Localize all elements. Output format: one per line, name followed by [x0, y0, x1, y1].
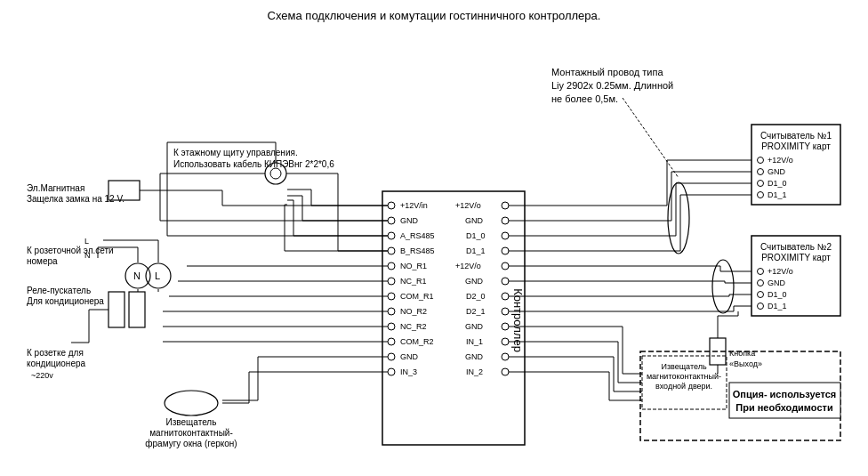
svg-text:GND: GND	[400, 216, 419, 225]
svg-point-31	[502, 247, 509, 254]
svg-point-16	[388, 323, 395, 330]
svg-point-39	[502, 308, 509, 315]
svg-text:кондиционера: кондиционера	[27, 359, 86, 368]
svg-point-64	[758, 292, 764, 298]
svg-text:COM_R1: COM_R1	[400, 292, 434, 301]
svg-point-33	[502, 262, 509, 270]
svg-text:NC_R1: NC_R1	[400, 277, 427, 286]
svg-text:NO_R2: NO_R2	[400, 307, 427, 316]
svg-text:Кнопка: Кнопка	[729, 349, 755, 358]
svg-text:GND: GND	[768, 278, 786, 287]
svg-text:IN_3: IN_3	[400, 367, 417, 376]
svg-text:При необходимости: При необходимости	[735, 402, 832, 413]
svg-point-8	[388, 262, 395, 270]
svg-point-29	[502, 232, 509, 239]
svg-text:+12V/in: +12V/in	[400, 201, 428, 210]
svg-point-56	[758, 192, 764, 198]
svg-text:L: L	[155, 270, 160, 281]
svg-point-50	[758, 157, 764, 164]
svg-point-54	[758, 181, 764, 187]
svg-text:GND: GND	[465, 216, 484, 225]
svg-text:Извещатель: Извещатель	[661, 362, 706, 371]
svg-text:IN_2: IN_2	[466, 367, 483, 376]
svg-text:D1_1: D1_1	[768, 190, 787, 199]
svg-text:номера: номера	[27, 256, 58, 266]
svg-text:GND: GND	[768, 167, 786, 176]
svg-text:Эл.Магнитная: Эл.Магнитная	[27, 183, 84, 193]
svg-point-27	[502, 217, 509, 224]
svg-point-12	[388, 293, 395, 300]
svg-text:D2_0: D2_0	[466, 292, 486, 301]
relay-symbol-2	[129, 292, 145, 327]
svg-point-37	[502, 293, 509, 300]
svg-text:PROXIMITY карт: PROXIMITY карт	[761, 141, 831, 151]
reader1-pins: +12V/o GND D1_0 D1_1	[758, 156, 793, 199]
svg-point-52	[758, 169, 764, 175]
svg-text:+12V/o: +12V/o	[768, 156, 793, 165]
right-pins: +12V/o GND D1_0 D1_1 +12V/o GND D2_0 D2_…	[455, 201, 509, 376]
svg-text:не более 0,5м.: не более 0,5м.	[551, 93, 618, 104]
svg-point-43	[502, 338, 509, 345]
svg-text:К розетке для: К розетке для	[27, 348, 84, 358]
svg-text:IN_1: IN_1	[466, 337, 483, 346]
svg-text:GND: GND	[465, 352, 484, 361]
svg-text:магнитоконтактный-: магнитоконтактный-	[647, 372, 721, 381]
svg-text:GND: GND	[465, 277, 484, 286]
svg-point-95	[270, 168, 281, 179]
svg-text:D2_1: D2_1	[466, 307, 486, 316]
svg-text:NO_R1: NO_R1	[400, 262, 427, 270]
svg-point-60	[758, 269, 764, 275]
svg-text:L: L	[84, 237, 89, 246]
svg-text:входной двери.: входной двери.	[655, 382, 712, 391]
svg-text:PROXIMITY карт: PROXIMITY карт	[761, 253, 831, 262]
svg-text:Считыватель №1: Считыватель №1	[760, 131, 832, 141]
svg-point-6	[388, 247, 395, 254]
svg-text:«Выход»: «Выход»	[729, 359, 762, 368]
svg-point-41	[502, 323, 509, 330]
svg-text:D1_0: D1_0	[768, 179, 787, 188]
svg-point-20	[388, 353, 395, 360]
svg-text:+12V/o: +12V/o	[768, 267, 793, 276]
svg-text:Для кондиционера: Для кондиционера	[27, 296, 104, 306]
svg-point-0	[388, 202, 395, 209]
svg-text:К этажному щиту управления.: К этажному щиту управления.	[173, 148, 298, 157]
controller-label: Контроллер	[511, 288, 525, 352]
svg-text:фрамугу окна (геркон): фрамугу окна (геркон)	[145, 439, 237, 448]
svg-text:D1_1: D1_1	[466, 246, 486, 255]
svg-text:N: N	[84, 251, 91, 260]
svg-text:A_RS485: A_RS485	[400, 231, 435, 240]
svg-point-14	[388, 308, 395, 315]
svg-point-18	[388, 338, 395, 345]
option-label-box	[729, 383, 840, 418]
svg-text:Извещатель: Извещатель	[166, 417, 217, 427]
svg-point-45	[502, 353, 509, 360]
svg-text:NC_R2: NC_R2	[400, 322, 427, 331]
svg-text:D1_0: D1_0	[466, 231, 486, 240]
svg-point-2	[388, 217, 395, 224]
svg-point-4	[388, 232, 395, 239]
controller-box	[382, 191, 525, 445]
svg-text:Защелка замка на 12 V.: Защелка замка на 12 V.	[27, 194, 125, 204]
svg-point-47	[502, 368, 509, 375]
svg-text:GND: GND	[400, 352, 419, 361]
svg-text:D1_0: D1_0	[768, 290, 787, 299]
svg-text:D1_1: D1_1	[768, 302, 787, 311]
svg-text:Использовать кабель КИПЭВнг 2*: Использовать кабель КИПЭВнг 2*2*0,6	[173, 159, 334, 169]
window-sensor-symbol	[165, 391, 218, 415]
svg-text:GND: GND	[465, 322, 484, 331]
left-pins: +12V/in GND A_RS485 B_RS485 NO_R1 NC_R1 …	[388, 201, 435, 376]
svg-text:+12V/o: +12V/o	[455, 262, 481, 270]
svg-text:магнитоконтактный-: магнитоконтактный-	[149, 428, 233, 438]
svg-text:N: N	[133, 270, 141, 281]
svg-text:B_RS485: B_RS485	[400, 246, 435, 255]
svg-text:Считыватель №2: Считыватель №2	[760, 242, 832, 252]
svg-text:+12V/o: +12V/o	[455, 201, 481, 210]
svg-point-35	[502, 278, 509, 285]
wire-bundle-2	[712, 260, 734, 313]
svg-text:COM_R2: COM_R2	[400, 337, 434, 346]
svg-point-25	[502, 202, 509, 209]
title: Схема подключения и комутации гостинничн…	[268, 9, 601, 22]
svg-text:Liy 2902x 0.25мм. Длинной: Liy 2902x 0.25мм. Длинной	[551, 80, 673, 91]
svg-line-159	[623, 98, 679, 178]
diagram-container: Схема подключения и комутации гостинничн…	[0, 0, 868, 476]
